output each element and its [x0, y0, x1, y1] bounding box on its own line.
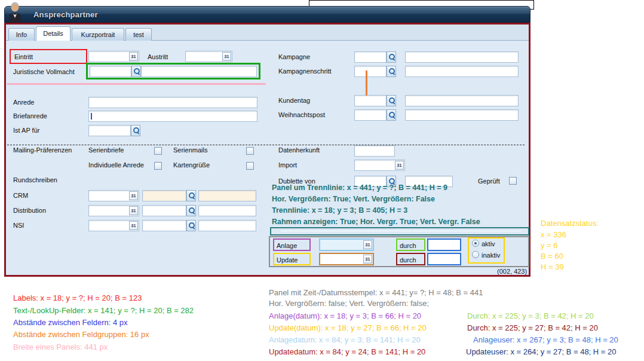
calendar-31-icon[interactable]: 31 [363, 240, 372, 249]
kundentag-lookup-button[interactable] [387, 95, 396, 106]
ist-ap-fuer-lookup-button[interactable] [131, 125, 140, 136]
durch-bottom-label-highlight: durch [396, 253, 425, 265]
kundentag-id-field[interactable] [354, 95, 387, 106]
durch-top-label-highlight: durch [396, 238, 425, 251]
annotation-update-spec: Update(datum): x = 18; y = 27; B = 66; H… [269, 323, 427, 332]
calendar-31-icon[interactable]: 31 [363, 255, 372, 264]
calendar-31-icon[interactable]: 31 [129, 221, 138, 230]
datenherkunft-field[interactable] [354, 145, 395, 157]
calendar-31-icon[interactable]: 31 [395, 161, 404, 170]
weihnachtspost-lookup-button[interactable] [387, 109, 396, 121]
crm-text-field[interactable] [198, 190, 256, 201]
import-date-field[interactable]: 31 [354, 160, 405, 171]
coords-readout: (002, 423) [497, 268, 527, 275]
calendar-31-icon[interactable]: 31 [129, 191, 138, 200]
calendar-31-icon[interactable]: 31 [222, 52, 231, 61]
import-label: Import [278, 161, 297, 169]
crm-date-field[interactable]: 31 [88, 190, 139, 201]
nsi-text-field[interactable] [198, 220, 256, 231]
distribution-label: Distribution [13, 207, 46, 214]
pink-separator-line [7, 83, 266, 85]
vollmacht-id-field[interactable] [90, 66, 131, 77]
orange-spacing-marker [366, 71, 367, 96]
datensatzstatus-x: x = 336 [541, 230, 566, 239]
kampagnenschritt-text-field[interactable] [405, 66, 519, 77]
nsi-lookup-button[interactable] [186, 220, 196, 231]
weihnachtspost-id-field[interactable] [354, 109, 387, 121]
serienbriefe-label: Serienbriefe [88, 146, 124, 154]
serienmails-checkbox[interactable] [246, 147, 254, 155]
aktiv-radio[interactable] [472, 240, 479, 247]
anlage-label-highlight: Anlage [273, 238, 311, 251]
kampagnenschritt-lookup-button[interactable] [387, 66, 396, 77]
dashed-separator [7, 145, 525, 145]
nsi-date-field[interactable]: 31 [88, 220, 139, 231]
annotation-durch-bottom-spec: Durch: x = 225; y = 27; B = 42; H = 20 [467, 323, 598, 332]
crm-lookup-field[interactable] [142, 190, 186, 201]
distribution-date-field[interactable]: 31 [88, 205, 139, 216]
kampagne-text-field[interactable] [405, 51, 519, 63]
weihnachtspost-text-field[interactable] [405, 109, 519, 121]
kartengruesse-label: Kartengrüße [173, 161, 210, 169]
durch-bottom-label: durch [400, 256, 416, 264]
annotation-lookup-fields-spec: Text-/LookUp-Felder: x = 141; y = ?; H =… [13, 306, 194, 315]
crm-lookup-button[interactable] [186, 190, 196, 201]
distribution-lookup-button[interactable] [186, 205, 196, 216]
geprueft-checkbox[interactable] [509, 177, 517, 185]
kartengruesse-checkbox[interactable] [246, 162, 254, 170]
kampagne-lookup-button[interactable] [387, 51, 396, 63]
kampagnenschritt-id-field[interactable] [354, 66, 387, 77]
anlageuser-field[interactable] [427, 238, 461, 251]
anrede-field[interactable] [88, 97, 257, 108]
briefanrede-label: Briefanrede [13, 112, 47, 120]
eintritt-label: Eintritt [14, 53, 33, 60]
datensatzstatus-y: y = 6 [541, 241, 558, 250]
geprueft-label: Geprüft [478, 178, 500, 185]
distribution-text-field[interactable] [198, 205, 256, 216]
annotation-anlage-spec: Anlage(datum): x = 18; y = 3; B = 66; H … [269, 311, 421, 320]
individuelle-anrede-checkbox[interactable] [154, 162, 162, 170]
nsi-lookup-field[interactable] [142, 220, 186, 231]
ist-ap-fuer-field[interactable] [88, 125, 131, 136]
briefanrede-field[interactable] [88, 111, 257, 122]
vollmacht-text-field[interactable] [141, 66, 257, 77]
magnifier-icon [187, 191, 195, 201]
magnifier-icon [132, 66, 140, 77]
annotation-stamp-panel-resize-spec: Hor. Vergrößern: false; Vert. Vergrößern… [269, 299, 429, 308]
crm-label: CRM [13, 192, 28, 199]
vollmacht-lookup-button[interactable] [131, 66, 141, 77]
annotation-hor-vert-vergroessern: Hor. Vergrößern: True; Vert. Vergrößern:… [272, 195, 435, 203]
datensatzstatus-b: B = 60 [541, 252, 563, 261]
screenshot-root: Ansprechpartner Info Details Kurzportrai… [0, 0, 644, 361]
eintritt-date-field[interactable]: 31 [88, 51, 139, 62]
annotation-field-gap-spec: Abstände zwischen Feldern: 4 px [13, 318, 128, 327]
annotation-stamp-panel-spec: Panel mit Zeit-/Datumsstempel: x = 441; … [269, 288, 483, 297]
annotation-updatedatum-spec: Updatedatum: x = 84; y = 24; B = 141; H … [269, 347, 425, 356]
calendar-31-icon[interactable]: 31 [129, 206, 138, 215]
magnifier-icon [131, 126, 140, 136]
annotation-anlageuser-spec: Anlageuser: x = 267; y = 3; B = 48; H = … [473, 335, 618, 344]
kampagne-id-field[interactable] [354, 51, 387, 63]
inaktiv-radio[interactable] [472, 251, 479, 258]
magnifier-icon [387, 110, 395, 120]
annotation-panel-width-spec: Breite eines Panels: 441 px [13, 342, 108, 351]
calendar-31-icon[interactable]: 31 [129, 52, 138, 61]
anrede-label: Anrede [13, 99, 34, 106]
serienbriefe-checkbox[interactable] [154, 147, 162, 155]
tab-info[interactable]: Info [8, 28, 35, 41]
anlagedatum-field[interactable]: 31 [319, 238, 374, 251]
annotation-durch-top-spec: Durch: x = 225; y = 3; B = 42; H = 20 [467, 311, 594, 320]
kampagne-label: Kampagne [278, 53, 310, 60]
distribution-lookup-field[interactable] [142, 205, 186, 216]
austritt-date-field[interactable]: 31 [185, 51, 232, 62]
updateuser-field[interactable] [427, 253, 461, 265]
updatedatum-field[interactable]: 31 [319, 253, 374, 265]
tab-kurzportrait[interactable]: Kurzportrait [72, 28, 124, 41]
magnifier-icon [387, 96, 395, 106]
tab-test[interactable]: test [125, 28, 152, 41]
annotation-group-gap-spec: Abstände zwischen Feldgruppen: 16 px [13, 330, 149, 339]
kundentag-text-field[interactable] [405, 95, 519, 106]
window-titlebar[interactable]: Ansprechpartner [4, 6, 530, 23]
kundentag-label: Kundentag [278, 97, 310, 104]
tab-details[interactable]: Details [36, 26, 70, 41]
